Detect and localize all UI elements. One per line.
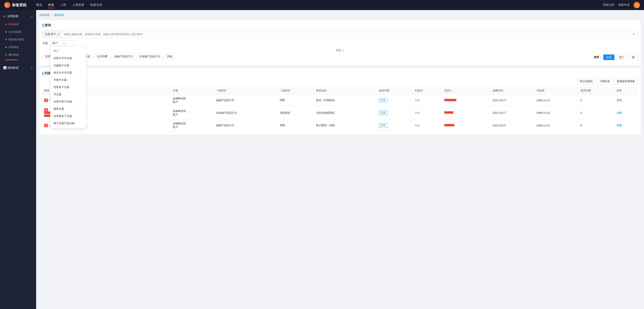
usage-cell: 0 [579,120,615,131]
col-cat2: 二级类目 [278,87,314,95]
col-created: 创建时间 [491,87,535,95]
table-toolbar: 导出到测试 下载列表 查看标签调用量 [42,78,638,84]
permission-apply-button[interactable]: 权限申请 [618,3,630,7]
collapse-text: 收起 [336,49,341,52]
dropdown-item-debit-card[interactable]: 借记卡卡号主题 [50,69,86,76]
breadcrumb-sep: / [52,14,52,17]
sidebar-item-label: 事件标签 [8,53,19,57]
breadcrumb-all-tags[interactable]: 全部标签 [39,13,50,17]
theme-filter-select[interactable]: 客户 ∧ [50,40,74,46]
action-cell: 收藏 [615,106,638,120]
col-cat1: 一级类目 [214,87,278,95]
dropdown-item-auto-finance[interactable]: 汽融客户主题 [50,62,86,69]
col-desc: 标签描述 [314,87,377,95]
theme-value: 金融事业部 [173,97,213,100]
avatar[interactable]: ▼ [634,2,640,8]
quality-cell: 查看 [377,120,414,131]
dot-icon [6,39,7,40]
cat2-cell: 理财 [278,95,314,106]
dropdown-item-credit-card[interactable]: 信用卡卡号主题 [50,55,86,62]
owner-cell [443,106,491,120]
quality-view-button[interactable]: 查看 [379,111,387,115]
sidebar-group2-label: 我的标签 [8,66,19,69]
help-doc-button[interactable]: 帮助文档 [603,3,614,7]
search-input[interactable] [62,31,630,38]
quality-view-button[interactable]: 查看 [379,123,387,128]
dot-icon [6,47,7,48]
action-collect-link[interactable]: 收藏 [617,124,622,127]
action-collect-link[interactable]: 收藏 [617,99,622,102]
collapse-button[interactable]: 收起 ∧ [336,49,344,52]
col-timeliness: 时效性 [414,87,443,95]
sidebar-group-label: 全部标签 [7,15,18,18]
svg-point-0 [4,2,10,8]
breadcrumb: 全部标签 / 基础标签 [39,13,641,17]
usage-cell: 0 [579,95,615,106]
theme-cell: 金融事业部 客户 [171,95,214,106]
dropdown-item-car[interactable]: 车主题 [50,91,86,98]
sidebar-item-label: 基础标签 [8,23,19,26]
tag-chip-others[interactable]: 其他 [164,54,175,59]
nav-overview[interactable]: 概览 [36,2,42,8]
cat1-cell: 金融产品及行为 [214,95,278,106]
table-row: 基 取... 金融事业部 客户 金融产品及行为 理财 最近一次领取基... 查看 [42,95,638,106]
usage-cell: 0 [579,106,615,120]
table-title: 列表 [42,71,638,76]
sidebar-item-bool-tags[interactable]: 基础布尔标签 [0,36,36,43]
sidebar-item-event-tags[interactable]: 事件标签 [0,51,36,59]
nav-menu: 概览 标签 人群 人群探索 标签后管 [36,2,603,8]
tag-filter-row: 投资偏好 生命周期 财富价值 生活消费 金融产品及行为 非金融产品及行为 其他 … [42,53,638,60]
recommend-all-button[interactable]: 全部 [603,55,614,60]
action-collect-link[interactable]: 收藏 [617,111,622,114]
logo-text: 标签系统 [12,3,26,8]
sidebar-item-whitelist-tags[interactable]: 白名单标签 [0,28,36,36]
timeliness-cell: T+1 [414,95,443,106]
dropdown-item-credit-customer[interactable]: 信用卡客户主题 [50,98,86,105]
sidebar-item-realtime-tags[interactable]: 实时标签 [0,43,36,51]
sidebar-group-title-all[interactable]: ⊕ 全部标签 ∧ [0,12,36,21]
quality-view-button[interactable]: 查看 [379,98,387,103]
created-cell: 2021-05-27 [491,95,535,106]
owner-redacted [444,99,456,101]
search-close-icon[interactable]: ✕ [630,32,638,36]
recommend-recent-button[interactable]: 最 [629,55,638,60]
recommend-row: 推荐： 全部 热门 最 [594,55,638,60]
nav-tags[interactable]: 标签 [48,2,54,8]
theme-cell: 金融事业部 客户 [171,120,214,131]
logo-icon: 6 [4,2,10,8]
refresh-icon[interactable]: ↺ [57,33,60,36]
download-list-button[interactable]: 下载列表 [597,78,612,84]
tag-badge: 基 [44,108,48,112]
export-test-button[interactable]: 导出到测试 [577,78,595,84]
tag-table: 标签 主题 一级类目 二级类目 标签描述 标签质量 时效性 负责人 创建时间 有… [42,87,638,131]
tag-chip-fin-products[interactable]: 金融产品及行为 [112,54,135,59]
created-cell: 2021-05-27 [491,120,535,131]
dropdown-item-credit-fund[interactable]: 信用基金丁主题 [50,113,86,120]
collapse-up-icon: ∧ [342,49,344,52]
recommend-hot-button[interactable]: 热门 [616,55,627,60]
sidebar-item-basic-tags[interactable]: 基础标签 [0,21,36,28]
dropdown-item-finance-date[interactable]: 财子定期产品日期 [50,120,86,127]
valid-cell: 2099-12-31 [535,120,579,131]
tag-chip-life-consumption[interactable]: 生活消费 [94,54,110,59]
tag-chip-non-fin-products[interactable]: 非金融产品及行为 [137,54,163,59]
nav-crowd-explore[interactable]: 人群探索 [72,2,84,8]
sidebar-group-my-tags[interactable]: 📊 我的标签 ∨ [0,64,36,72]
sidebar-red-decoration [6,60,18,60]
dropdown-item-phone[interactable]: 手机号主题 [50,76,86,84]
created-cell: 2021-05-27 [491,106,535,120]
nav-crowd[interactable]: 人群 [60,2,66,8]
dropdown-item-vip-customer[interactable]: 重客主题 [50,105,86,113]
cat1-cell: 非金融产品及行为 [214,106,278,120]
quality-cell: 查看 [377,106,414,120]
dropdown-item-customer[interactable]: 客户 [50,48,86,55]
search-tag-label: 主题-客户 ↺ [43,31,62,38]
theme-dropdown: 客户 信用卡卡号主题 汽融客户主题 借记卡卡号主题 手机号主题 优客客户主题 车… [50,46,86,128]
filter-row: 主题 客户 ∧ 客户 信用卡卡号主题 汽融客户主题 借记卡卡号主题 手机号主题 … [42,40,638,46]
sidebar-collapse-icon: ∧ [31,15,33,18]
view-usage-button[interactable]: 查看标签调用量 [614,78,638,84]
nav-tag-admin[interactable]: 标签后管 [90,2,102,8]
logo: 6 标签系统 [4,2,36,8]
query-title: 查询 [42,23,638,28]
dropdown-item-vip[interactable]: 优客客户主题 [50,84,86,91]
